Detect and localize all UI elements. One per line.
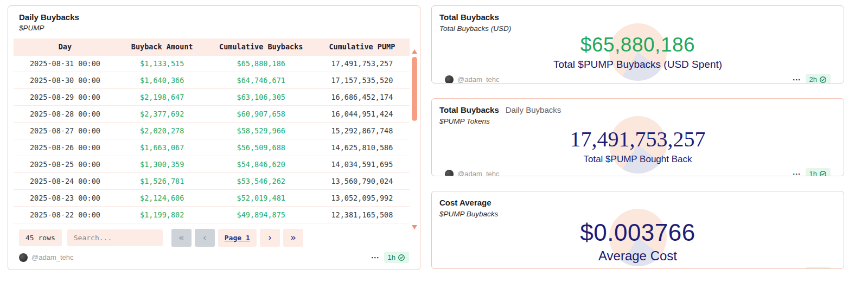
table-row: 2025-08-29 00:00$2,198,647$63,106,30516,…: [14, 88, 410, 105]
table-cell: $1,526,781: [117, 172, 208, 189]
total-buybacks-usd-card: Total Buybacks Total Buybacks (USD) $65,…: [431, 5, 844, 84]
table-card-footer: @adam_tehc ⋯ 1h: [14, 248, 414, 264]
avatar: [445, 268, 454, 270]
table-header-row: Day Buyback Amount Cumulative Buybacks C…: [14, 39, 410, 55]
table-cell: 14,034,591,695: [315, 156, 410, 172]
last-updated-text: 1h: [388, 253, 395, 261]
counter-card-title: Total Buybacks: [439, 105, 499, 114]
dashboard: Daily Buybacks $PUMP Day Buyback Amount …: [0, 0, 868, 282]
last-updated-text: 2h: [809, 75, 817, 84]
table-row: 2025-08-23 00:00$2,124,606$52,019,48113,…: [14, 189, 410, 206]
table-cell: $54,846,620: [208, 156, 315, 172]
author-handle[interactable]: @adam_tehc: [457, 268, 500, 269]
table-scrollbar[interactable]: [411, 49, 418, 229]
card-menu-button[interactable]: ⋯: [788, 169, 806, 177]
counter-card-subtitle: $PUMP Buybacks: [439, 210, 836, 218]
last-updated-badge: 2h: [806, 74, 831, 84]
card-menu-button[interactable]: ⋯: [788, 268, 806, 270]
prev-page-button[interactable]: ‹: [195, 229, 215, 247]
cost-average-card: Cost Average $PUMP Buybacks $0.003766 Av…: [431, 191, 844, 269]
table-cell: 2025-08-31 00:00: [14, 55, 117, 72]
table-cell: 2025-08-29 00:00: [14, 88, 117, 105]
table-cell: 15,292,867,748: [315, 122, 410, 139]
buybacks-table: Day Buyback Amount Cumulative Buybacks C…: [14, 39, 410, 223]
page-indicator[interactable]: Page 1: [218, 229, 257, 247]
author-handle[interactable]: @adam_tehc: [31, 253, 74, 261]
table-cell: $1,199,802: [117, 206, 208, 223]
table-cell: 17,157,535,520: [315, 72, 410, 88]
table-cell: $52,019,481: [208, 189, 315, 206]
table-row: 2025-08-22 00:00$1,199,802$49,894,87512,…: [14, 206, 410, 223]
pagination: « ‹ Page 1 › »: [171, 229, 303, 247]
verified-icon: [398, 254, 405, 261]
table-cell: 2025-08-23 00:00: [14, 189, 117, 206]
column-header-cumulative-buybacks[interactable]: Cumulative Buybacks: [208, 39, 315, 55]
last-page-button[interactable]: »: [283, 229, 303, 247]
card-menu-button[interactable]: ⋯: [367, 253, 384, 262]
counter-card-title: Total Buybacks: [439, 12, 499, 22]
average-cost-caption: Average Cost: [439, 248, 836, 264]
column-header-buyback-amount[interactable]: Buyback Amount: [117, 39, 208, 55]
table-cell: 14,625,810,586: [315, 139, 410, 156]
table-cell: 16,044,951,424: [315, 105, 410, 122]
column-header-cumulative-pump[interactable]: Cumulative PUMP: [315, 39, 410, 55]
counter-cards-column: Total Buybacks Total Buybacks (USD) $65,…: [431, 5, 844, 277]
total-usd-caption: Total $PUMP Buybacks (USD Spent): [439, 59, 836, 70]
table-row: 2025-08-26 00:00$1,663,067$56,509,68814,…: [14, 139, 410, 156]
table-cell: $65,880,186: [208, 55, 315, 72]
last-updated-text: 1h: [809, 170, 817, 176]
row-count-chip: 45 rows: [19, 229, 62, 246]
table-cell: $2,020,278: [117, 122, 208, 139]
table-cell: $1,663,067: [117, 139, 208, 156]
verified-icon: [819, 76, 827, 84]
table-cell: $1,640,366: [117, 72, 208, 88]
last-updated-text: 3h: [809, 268, 817, 269]
avatar: [19, 253, 28, 262]
verified-icon: [819, 170, 827, 177]
table-cell: $2,124,606: [117, 189, 208, 206]
last-updated-badge: 1h: [384, 252, 409, 263]
table-controls: 45 rows « ‹ Page 1 › »: [14, 229, 414, 247]
table-cell: $60,907,658: [208, 105, 315, 122]
table-cell: 2025-08-28 00:00: [14, 105, 117, 122]
table-cell: 17,491,753,257: [315, 55, 410, 72]
last-updated-badge: 3h: [806, 267, 831, 269]
table-cell: $1,300,359: [117, 156, 208, 172]
table-row: 2025-08-24 00:00$1,526,781$53,546,26213,…: [14, 172, 410, 189]
table-card-subtitle: $PUMP: [14, 24, 414, 32]
total-pump-caption: Total $PUMP Bought Back: [439, 154, 836, 165]
first-page-button[interactable]: «: [171, 229, 192, 247]
table-cell: $2,198,647: [117, 88, 208, 105]
table-row: 2025-08-25 00:00$1,300,359$54,846,62014,…: [14, 156, 410, 172]
table-cell: $56,509,688: [208, 139, 315, 156]
avatar: [445, 170, 454, 177]
scroll-up-icon[interactable]: [412, 49, 417, 54]
table-cell: $2,377,692: [117, 105, 208, 122]
average-cost-value: $0.003766: [439, 219, 836, 246]
table-cell: 13,560,790,024: [315, 172, 410, 189]
author-handle[interactable]: @adam_tehc: [457, 170, 500, 176]
table-row: 2025-08-30 00:00$1,640,366$64,746,67117,…: [14, 72, 410, 88]
counter-card-subtitle: $PUMP Tokens: [439, 117, 836, 125]
last-updated-badge: 1h: [806, 168, 831, 176]
table-row: 2025-08-27 00:00$2,020,278$58,529,96615,…: [14, 122, 410, 139]
table-cell: 2025-08-22 00:00: [14, 206, 117, 223]
table-cell: $58,529,966: [208, 122, 315, 139]
scroll-down-icon[interactable]: [412, 225, 417, 229]
search-input[interactable]: [67, 229, 163, 246]
table-cell: 13,052,095,992: [315, 189, 410, 206]
total-pump-bought-card: Total BuybacksDaily Buybacks $PUMP Token…: [431, 98, 844, 176]
counter-card-title-extra: Daily Buybacks: [506, 105, 561, 114]
column-header-day[interactable]: Day: [14, 39, 117, 55]
table-cell: $64,746,671: [208, 72, 315, 88]
card-menu-button[interactable]: ⋯: [788, 75, 806, 84]
table-cell: 2025-08-26 00:00: [14, 139, 117, 156]
next-page-button[interactable]: ›: [260, 229, 280, 247]
scrollbar-thumb[interactable]: [412, 57, 417, 121]
counter-card-title: Cost Average: [439, 198, 492, 207]
table-cell: 16,686,452,174: [315, 88, 410, 105]
counter-card-subtitle: Total Buybacks (USD): [439, 24, 836, 33]
daily-buybacks-table-card: Daily Buybacks $PUMP Day Buyback Amount …: [8, 5, 420, 270]
author-handle[interactable]: @adam_tehc: [457, 75, 500, 84]
table-cell: 12,381,165,508: [315, 206, 410, 223]
